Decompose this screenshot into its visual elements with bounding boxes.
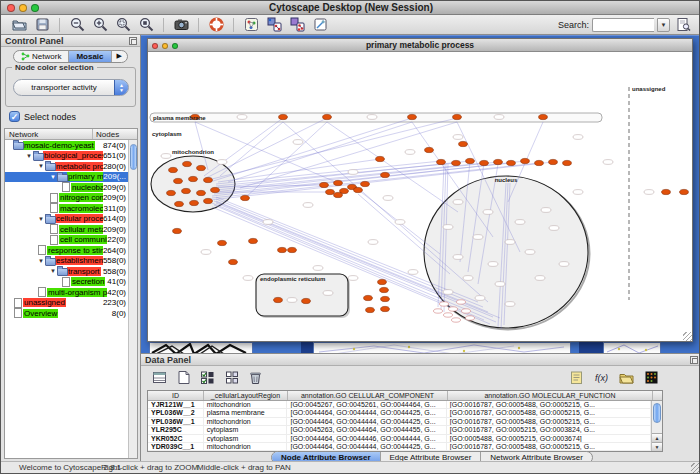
annotation-icon[interactable] bbox=[566, 368, 586, 386]
window-resize-grip[interactable] bbox=[691, 463, 700, 473]
tree-row-overview[interactable]: Overview8(0) bbox=[5, 308, 128, 319]
tree-row-transport[interactable]: ▼transport558(0) bbox=[5, 266, 128, 277]
network-node[interactable] bbox=[381, 306, 390, 311]
network-node[interactable] bbox=[452, 160, 461, 165]
network-node[interactable] bbox=[334, 192, 343, 197]
column-header-1[interactable]: _cellularLayoutRegion bbox=[204, 391, 288, 400]
select-attributes-icon[interactable] bbox=[197, 368, 217, 386]
network-node[interactable] bbox=[274, 297, 283, 302]
search-config-icon[interactable] bbox=[673, 16, 693, 34]
network-node[interactable] bbox=[494, 159, 503, 164]
view-resize-grip[interactable] bbox=[683, 332, 692, 341]
tab-network[interactable]: Network bbox=[14, 51, 69, 62]
vizmapper-icon[interactable] bbox=[287, 16, 307, 34]
network-node[interactable] bbox=[549, 159, 558, 164]
tree-row-response-to-stimulu[interactable]: response to stimulu264(0) bbox=[5, 245, 128, 256]
search-dropdown-icon[interactable]: ▼ bbox=[657, 18, 670, 32]
delete-attribute-icon[interactable] bbox=[245, 368, 265, 386]
unselect-attributes-icon[interactable] bbox=[221, 368, 241, 386]
expand-arrow-icon[interactable]: ▼ bbox=[37, 163, 45, 169]
network-node[interactable] bbox=[189, 176, 198, 181]
network-node[interactable] bbox=[381, 296, 390, 301]
tree-row-cell-communicat[interactable]: cell communicat22(0) bbox=[5, 235, 128, 246]
network-node[interactable] bbox=[376, 156, 385, 161]
tree-row-secretion[interactable]: secretion41(0) bbox=[5, 277, 128, 288]
expand-arrow-icon[interactable]: ▼ bbox=[49, 268, 57, 274]
tree-row-cellular-process[interactable]: ▼cellular process614(0) bbox=[5, 214, 128, 225]
tree-row-establishment-of-lo[interactable]: ▼establishment of lo558(0) bbox=[5, 256, 128, 267]
tree-row-macromolecule[interactable]: macromolecule311(0) bbox=[5, 203, 128, 214]
overview-icon[interactable] bbox=[241, 16, 261, 34]
network-node[interactable] bbox=[334, 180, 343, 185]
expand-arrow-icon[interactable]: ▼ bbox=[49, 174, 57, 180]
tree-row-biological-process[interactable]: ▼biological_process651(0) bbox=[5, 151, 128, 162]
network-node[interactable] bbox=[320, 182, 329, 187]
more-tabs-icon[interactable]: ▶ bbox=[112, 51, 127, 62]
function-builder-icon[interactable]: f(x) bbox=[591, 368, 611, 386]
network-node[interactable] bbox=[459, 141, 468, 146]
tree-row-primary-metabo[interactable]: ▼primary metabo209(... bbox=[5, 172, 128, 183]
network-node[interactable] bbox=[480, 160, 489, 165]
import-attributes-icon[interactable] bbox=[616, 368, 636, 386]
network-node[interactable] bbox=[323, 114, 332, 119]
graphics-details-icon[interactable] bbox=[264, 16, 284, 34]
table-row[interactable]: YPL036W__2plasma membrane[GO:0044464, GO… bbox=[148, 409, 651, 417]
network-node[interactable] bbox=[361, 181, 370, 186]
open-session-icon[interactable] bbox=[9, 16, 29, 34]
tree-row-nitrogen-compo[interactable]: nitrogen compo209(0) bbox=[5, 193, 128, 204]
network-node[interactable] bbox=[183, 161, 192, 166]
zoom-out-icon[interactable] bbox=[67, 16, 87, 34]
zoom-selected-icon[interactable] bbox=[113, 16, 133, 34]
table-scrollbar[interactable]: ▲ ▼ bbox=[651, 401, 662, 451]
network-node[interactable] bbox=[366, 307, 375, 312]
select-nodes-checkbox[interactable]: ✓ bbox=[9, 111, 20, 122]
zoom-fit-icon[interactable] bbox=[136, 16, 156, 34]
network-node[interactable] bbox=[437, 159, 446, 164]
network-node[interactable] bbox=[169, 167, 178, 172]
network-node[interactable] bbox=[197, 165, 206, 170]
network-node[interactable] bbox=[466, 158, 475, 163]
network-node[interactable] bbox=[241, 195, 250, 200]
table-scrollbar-thumb[interactable] bbox=[653, 403, 661, 423]
destroy-view-icon[interactable] bbox=[310, 16, 330, 34]
network-node[interactable] bbox=[190, 200, 199, 205]
tree-column-nodes[interactable]: Nodes bbox=[93, 129, 137, 139]
network-node[interactable] bbox=[662, 189, 671, 194]
table-row[interactable]: YPL036W__1mitochondrion[GO:0044464, GO:0… bbox=[148, 418, 651, 426]
column-header-0[interactable]: ID bbox=[148, 391, 204, 400]
network-node[interactable] bbox=[539, 114, 548, 119]
expand-arrow-icon[interactable]: ▼ bbox=[37, 216, 45, 222]
network-node[interactable] bbox=[167, 190, 176, 195]
table-row[interactable]: YDR039C__1mitochondrion[GO:0044464, GO:0… bbox=[148, 443, 651, 451]
network-node[interactable] bbox=[302, 298, 311, 303]
tree-row-multi-organism-pro[interactable]: multi-organism pro42(0) bbox=[5, 287, 128, 298]
scroll-up-icon[interactable]: ▲ bbox=[652, 433, 662, 442]
tree-column-network[interactable]: Network bbox=[5, 129, 93, 139]
network-node[interactable] bbox=[425, 147, 434, 152]
network-node[interactable] bbox=[204, 198, 213, 203]
snapshot-icon[interactable] bbox=[171, 16, 191, 34]
network-node[interactable] bbox=[197, 190, 206, 195]
network-node[interactable] bbox=[182, 188, 191, 193]
expand-arrow-icon[interactable]: ▼ bbox=[37, 258, 45, 264]
network-node[interactable] bbox=[326, 189, 335, 194]
network-node[interactable] bbox=[218, 240, 227, 245]
network-node[interactable] bbox=[408, 114, 417, 119]
new-attribute-icon[interactable] bbox=[173, 368, 193, 386]
network-node[interactable] bbox=[288, 247, 297, 252]
network-node[interactable] bbox=[680, 189, 689, 194]
column-header-3[interactable]: annotation.GO MOLECULAR_FUNCTION bbox=[448, 391, 653, 400]
network-node[interactable] bbox=[278, 247, 287, 252]
network-node[interactable] bbox=[279, 114, 288, 119]
network-node[interactable] bbox=[535, 160, 544, 165]
network-node[interactable] bbox=[174, 178, 183, 183]
network-node[interactable] bbox=[380, 287, 389, 292]
tree-row-cellular-metabol[interactable]: cellular metabol209(0) bbox=[5, 224, 128, 235]
network-view-titlebar[interactable]: primary metabolic process bbox=[148, 39, 692, 52]
help-icon[interactable] bbox=[206, 16, 226, 34]
network-node[interactable] bbox=[204, 177, 213, 182]
network-node[interactable] bbox=[173, 228, 182, 233]
scroll-down-icon[interactable]: ▼ bbox=[652, 442, 662, 451]
network-node[interactable] bbox=[521, 158, 530, 163]
table-row[interactable]: YJR121W__1mitochondrion[GO:0045267, GO:0… bbox=[148, 401, 651, 409]
